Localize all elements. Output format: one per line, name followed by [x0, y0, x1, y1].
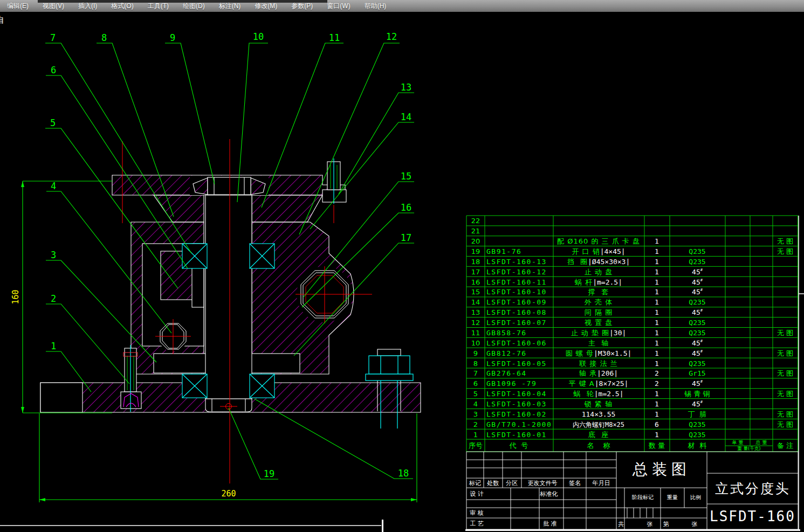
callout-2: 2	[51, 293, 56, 304]
bottom-nut	[205, 399, 252, 412]
tb-review: 审 核	[470, 510, 484, 516]
bom-name: 蜗 轮|m=2.5|	[573, 390, 623, 397]
menu-dimension[interactable]: 标注(N)	[212, 2, 248, 11]
bom-material: 45#	[692, 268, 703, 275]
bom-seq: 14	[471, 299, 480, 306]
bom-seq: 1	[473, 431, 478, 438]
bom-material: Q235	[689, 431, 705, 438]
dim-width: 260	[221, 489, 236, 499]
bom-seq: 22	[471, 217, 480, 224]
callout-3: 3	[51, 250, 56, 260]
bom-code: LSFDT-160-05	[486, 360, 547, 367]
bom-seq: 3	[473, 410, 478, 417]
bom-header-material: 材 料	[688, 442, 706, 449]
bom-code: LSFDT-160-09	[486, 299, 547, 306]
callout-4: 4	[51, 181, 56, 191]
menu-parametric[interactable]: 参数(P)	[284, 2, 320, 11]
bom-material: 45#	[692, 349, 703, 356]
bom-qty: 1	[655, 309, 659, 316]
bom-code: LSFDT-160-06	[486, 339, 547, 346]
bom-material: Q235	[689, 248, 705, 255]
callout-18: 18	[398, 468, 409, 479]
bom-code: GB812-76	[486, 349, 527, 356]
menu-modify[interactable]: 修改(M)	[248, 2, 284, 11]
callout-10: 10	[253, 31, 264, 42]
bom-code: LSFDT-160-04	[486, 390, 547, 397]
tb-zone: 分区	[506, 480, 518, 486]
tb-date: 年月日	[593, 480, 610, 486]
bom-material: Q235	[689, 360, 705, 367]
bom-qty: 1	[655, 268, 659, 275]
bom-seq: 10	[471, 339, 480, 346]
bom-remark: 无 图	[777, 390, 793, 397]
bom-seq: 7	[473, 370, 478, 377]
bom-name: 视 置 盘	[585, 319, 613, 326]
bom-seq: 13	[471, 309, 480, 316]
bom-code: LSFDT-160-11	[486, 278, 547, 285]
bom-seq: 2	[473, 420, 478, 427]
menu-format[interactable]: 格式(O)	[104, 2, 140, 11]
bom-remark: 无 图	[777, 349, 793, 356]
bom-seq: 6	[473, 380, 478, 387]
title-strip	[38, 0, 327, 3]
callout-15: 15	[401, 171, 411, 182]
bom-material: Q235	[689, 258, 705, 265]
bom-qty: 1	[655, 288, 659, 295]
bom-remark: 无 图	[777, 248, 793, 255]
bom-code: GB858-76	[486, 329, 527, 336]
menu-window[interactable]: 窗口(W)	[320, 2, 357, 11]
bom-qty: 1	[655, 278, 659, 285]
tb-sign: 签名	[569, 480, 581, 486]
clipped-text-character: 自	[0, 15, 4, 25]
bom-qty: 1	[655, 248, 659, 255]
menu-edit[interactable]: 编辑(E)	[0, 2, 36, 11]
callout-9: 9	[170, 32, 175, 43]
bom-qty: 1	[655, 299, 659, 306]
bom-seq: 4	[473, 400, 478, 407]
bom-name: 止 动 垫 圈|30|	[571, 329, 627, 336]
cad-canvas[interactable]: 160 260	[0, 0, 804, 532]
bom-qty: 1	[655, 329, 659, 336]
menu-insert[interactable]: 插入(I)	[71, 2, 104, 11]
menu-draw[interactable]: 绘图(D)	[176, 2, 212, 11]
bom-code: LSFDT-160-13	[486, 258, 547, 265]
menu-help[interactable]: 帮助(H)	[358, 2, 394, 11]
tb-mark: 标记	[469, 480, 481, 486]
bom-name: 114×3.55	[582, 410, 616, 417]
bom-remark: 无 图	[777, 238, 793, 245]
bom-name: 主 轴	[588, 339, 609, 346]
bom-qty: 1	[655, 400, 659, 407]
bom-name: 间 隔 圈	[585, 309, 613, 316]
bom-qty: 1	[655, 258, 659, 265]
bom-material: 45#	[692, 309, 703, 316]
bom-name: 蜗 杆|m=2.5|	[575, 278, 622, 285]
bom-qty: 2	[655, 380, 659, 387]
spindle	[205, 195, 252, 399]
callout-8: 8	[101, 32, 107, 43]
bom-material: Q235	[689, 319, 705, 326]
bom-code: GB276-64	[486, 370, 527, 377]
bom-name: 圆 螺 母|M30×1.5|	[566, 349, 632, 356]
callout-12: 12	[386, 31, 397, 42]
bom-material: Gr15	[689, 370, 705, 377]
bom-seq: 5	[473, 390, 478, 397]
bom-name: 联 接 法 兰	[579, 360, 617, 367]
menu-view[interactable]: 视图(V)	[36, 2, 71, 11]
bom-seq: 17	[471, 268, 480, 275]
bom-header-name: 名 称	[587, 442, 610, 449]
bom-seq: 18	[471, 258, 480, 265]
bom-material: 丁 腈	[688, 410, 706, 417]
tb-weight: 重量	[667, 495, 678, 500]
bom-seq: 20	[471, 238, 480, 245]
bom-material: 45#	[692, 380, 703, 387]
bom-remark: 无 图	[777, 420, 793, 427]
tb-product-name: 立式分度头	[715, 482, 791, 495]
callout-6: 6	[51, 65, 56, 75]
callout-5: 5	[50, 118, 56, 128]
menu-tools[interactable]: 工具(T)	[141, 2, 176, 11]
callout-1: 1	[51, 341, 56, 351]
bom-header-remark: 备 注	[777, 442, 793, 449]
tb-sheets-unit: 张	[647, 521, 653, 527]
assembly-section-view	[40, 162, 421, 412]
bom-material: 45#	[692, 339, 703, 346]
